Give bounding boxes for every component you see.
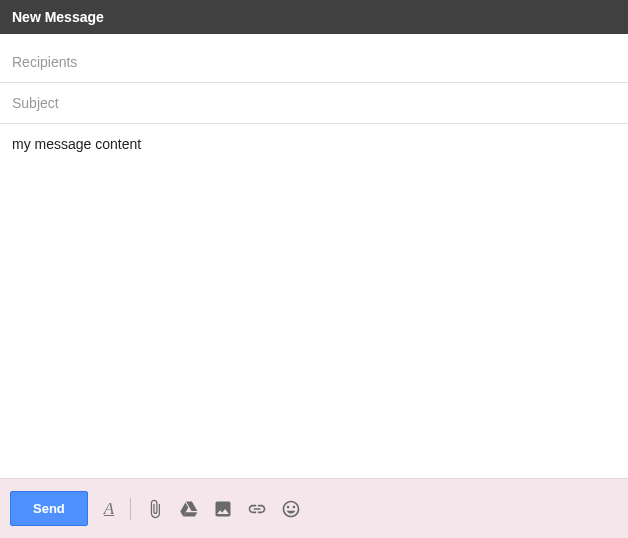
compose-toolbar: Send A [0, 478, 628, 538]
attach-file-icon[interactable] [145, 499, 165, 519]
recipients-row [0, 42, 628, 83]
compose-header: New Message [0, 0, 628, 34]
subject-row [0, 83, 628, 124]
insert-emoji-icon[interactable] [281, 499, 301, 519]
insert-drive-icon[interactable] [179, 499, 199, 519]
compose-title: New Message [12, 9, 104, 25]
recipients-input[interactable] [12, 42, 616, 82]
subject-input[interactable] [12, 83, 616, 123]
insert-photo-icon[interactable] [213, 499, 233, 519]
message-body[interactable] [0, 124, 628, 478]
toolbar-divider [130, 498, 131, 520]
formatting-options-icon[interactable]: A [102, 499, 116, 519]
send-button[interactable]: Send [10, 491, 88, 526]
insert-link-icon[interactable] [247, 499, 267, 519]
